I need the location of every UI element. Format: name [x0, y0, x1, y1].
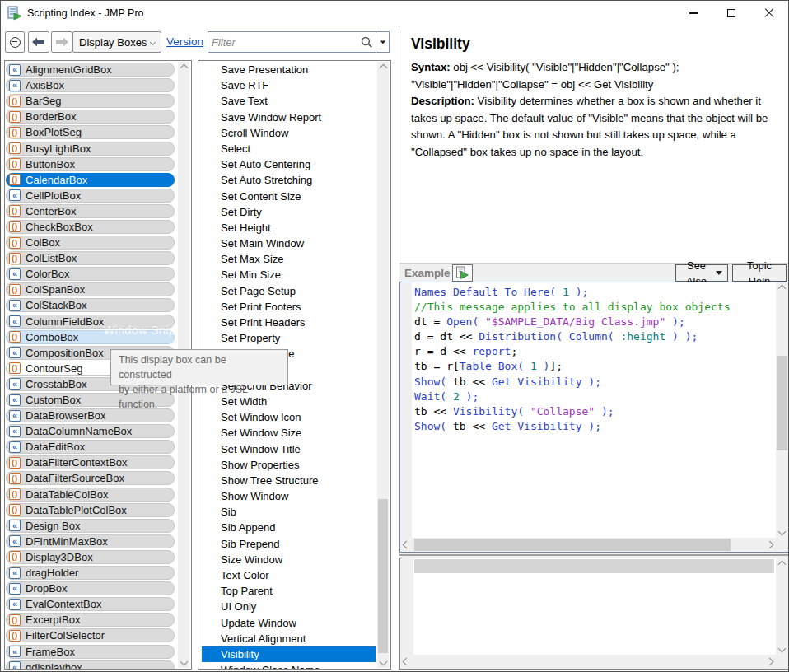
maximize-button[interactable]	[712, 1, 750, 26]
version-link[interactable]: Version	[166, 31, 203, 53]
scrollbar-thumb[interactable]	[414, 539, 731, 551]
message-item[interactable]: Set Print Headers	[202, 315, 376, 330]
display-box-item[interactable]: ()FilterColSelector	[5, 628, 176, 643]
message-item[interactable]: Set Auto Stretching	[202, 172, 376, 188]
scroll-down-button[interactable]	[377, 656, 389, 668]
scroll-right-button[interactable]	[763, 538, 776, 552]
display-box-item[interactable]: ()DataTableColBox	[5, 487, 176, 502]
display-box-item[interactable]: ()DataFilterContextBox	[5, 455, 176, 470]
message-item[interactable]: Scroll Window	[202, 125, 376, 141]
message-item[interactable]: Sib Append	[202, 520, 376, 535]
message-item[interactable]: Save Presentation	[202, 62, 376, 77]
display-box-item[interactable]: «Design Box	[5, 518, 176, 534]
display-box-item[interactable]: «EvalContextBox	[5, 596, 176, 612]
message-item[interactable]: Save Window Report	[202, 110, 376, 125]
log-vertical-scrollbar[interactable]	[776, 558, 788, 655]
display-box-item[interactable]: ()BusyLightBox	[5, 140, 176, 156]
code-horizontal-scrollbar[interactable]	[400, 538, 776, 552]
message-item[interactable]: Select	[202, 141, 376, 156]
display-box-item[interactable]: «DataEditBox	[5, 439, 176, 455]
close-button[interactable]	[750, 1, 788, 26]
display-box-item[interactable]: ()ColListBox	[5, 250, 176, 266]
scrollbar-thumb[interactable]	[777, 356, 787, 450]
message-item[interactable]: Set Main Window	[202, 236, 376, 251]
scroll-down-button[interactable]	[776, 525, 788, 538]
display-box-item[interactable]: «ColStackBox	[5, 297, 176, 313]
display-box-item[interactable]: ()CalendarBox	[5, 172, 176, 188]
display-box-item[interactable]: «DataColumnNameBox	[5, 423, 176, 439]
display-box-item[interactable]: ()CenterBox	[5, 203, 176, 219]
message-item[interactable]: Visibility	[202, 646, 376, 662]
message-item[interactable]: Set Content Size	[202, 189, 376, 204]
message-item[interactable]: Set Min Size	[202, 267, 376, 282]
scrollbar-thumb[interactable]	[378, 499, 388, 653]
message-item[interactable]: Set Dirty	[202, 204, 376, 220]
run-example-button[interactable]	[452, 264, 473, 282]
message-item[interactable]: Update Window	[202, 615, 376, 631]
scroll-up-button[interactable]	[776, 282, 788, 295]
display-box-item[interactable]: ()BarSeg	[5, 93, 176, 109]
message-item[interactable]: Show Window	[202, 488, 376, 504]
display-box-item[interactable]: ()ExcerptBox	[5, 612, 176, 628]
display-box-item[interactable]: ()BoxPlotSeg	[5, 124, 176, 140]
display-box-item[interactable]: ()ButtonBox	[5, 156, 176, 172]
display-box-item[interactable]: ()Display3DBox	[5, 549, 176, 565]
message-item[interactable]: Show Properties	[202, 457, 376, 473]
message-item[interactable]: Show Tree Structure	[202, 473, 376, 488]
message-item[interactable]: Save RTF	[202, 77, 376, 93]
message-item[interactable]: Set Window Title	[202, 441, 376, 457]
minimize-button[interactable]	[675, 1, 712, 26]
display-box-item[interactable]: ()ColSpanBox	[5, 282, 176, 297]
display-box-item[interactable]: ()CheckBoxBox	[5, 219, 176, 235]
message-item[interactable]: Set Max Size	[202, 251, 376, 267]
example-code-editor[interactable]: Names Default To Here( 1 );//This messag…	[399, 282, 789, 553]
display-box-item[interactable]: «FrameBox	[5, 643, 176, 659]
message-item[interactable]: Set Window Size	[202, 425, 376, 441]
message-item[interactable]: Set Page Setup	[202, 283, 376, 299]
code-vertical-scrollbar[interactable]	[776, 282, 788, 538]
scroll-left-button[interactable]	[400, 655, 413, 669]
message-item[interactable]: Set Window Icon	[202, 409, 376, 425]
message-item[interactable]: Set Print Footers	[202, 299, 376, 315]
display-box-item[interactable]: ()BorderBox	[5, 109, 176, 124]
display-box-item[interactable]: ()DataTablePlotColBox	[5, 502, 176, 518]
scroll-down-button[interactable]	[776, 642, 788, 655]
message-item[interactable]: Text Color	[202, 567, 376, 583]
message-item[interactable]: Set Property	[202, 330, 376, 346]
scroll-up-button[interactable]	[776, 558, 788, 571]
message-item[interactable]: Sib Prepend	[202, 536, 376, 552]
topic-help-button[interactable]: Topic Help	[732, 264, 787, 282]
filter-input[interactable]	[208, 36, 360, 49]
back-button[interactable]	[28, 31, 49, 53]
scroll-up-button[interactable]	[377, 62, 389, 74]
scroll-right-button[interactable]	[763, 655, 776, 669]
message-item[interactable]: Set Auto Centering	[202, 156, 376, 172]
display-box-item[interactable]: «ColorBox	[5, 266, 176, 282]
scroll-down-button[interactable]	[178, 656, 189, 668]
message-item[interactable]: Set Height	[202, 220, 376, 236]
scroll-left-button[interactable]	[400, 538, 413, 552]
log-horizontal-scrollbar[interactable]	[400, 655, 776, 669]
forward-button[interactable]	[51, 31, 72, 53]
scroll-up-button[interactable]	[178, 62, 189, 74]
display-box-item[interactable]: «CellPlotBox	[5, 188, 176, 203]
message-item[interactable]: UI Only	[202, 599, 376, 614]
display-box-item[interactable]: ()DataFilterSourceBox	[5, 470, 176, 486]
display-box-item[interactable]: «dragHolder	[5, 565, 176, 581]
display-box-item[interactable]: «DropBox	[5, 581, 176, 596]
see-also-button[interactable]: See Also	[675, 264, 728, 282]
display-box-item[interactable]: «gdisplaybox	[5, 660, 176, 669]
display-box-item[interactable]: «AxisBox	[5, 77, 176, 93]
filter-history-dropdown[interactable]	[376, 32, 389, 52]
display-box-item[interactable]: ()ColBox	[5, 235, 176, 250]
message-item[interactable]: Sib	[202, 504, 376, 520]
message-item[interactable]: Vertical Alignment	[202, 631, 376, 646]
category-dropdown[interactable]: Display Boxes	[72, 31, 161, 53]
message-item[interactable]: Top Parent	[202, 583, 376, 599]
message-item[interactable]: Size Window	[202, 552, 376, 567]
message-item[interactable]: Window Class Name	[202, 662, 376, 669]
display-box-item[interactable]: «DFIntMinMaxBox	[5, 534, 176, 549]
message-list-scrollbar[interactable]	[377, 62, 389, 668]
display-box-item[interactable]: «AlignmentGridBox	[5, 62, 176, 77]
collapse-button[interactable]	[5, 31, 25, 53]
